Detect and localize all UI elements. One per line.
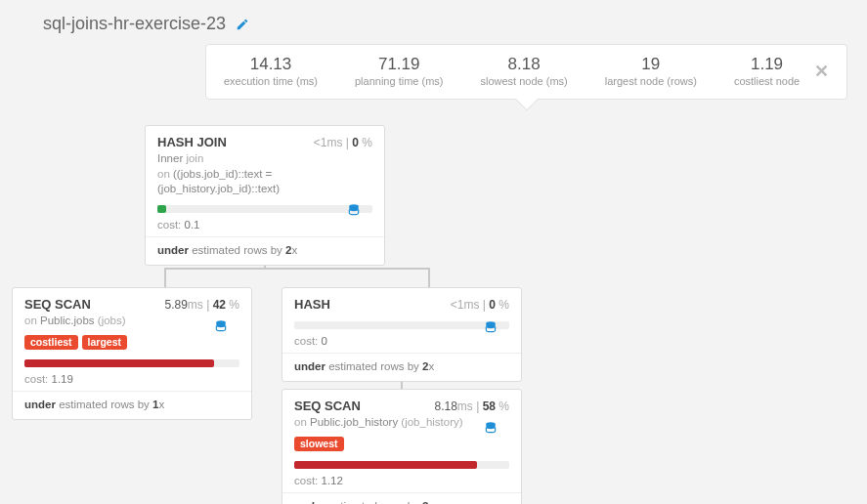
node-cost: cost: 1.12 [282,473,521,493]
node-estimate: under estimated rows by 2x [282,354,521,381]
node-tags: slowest [282,435,521,457]
node-timing: 8.18ms | 58 % [434,399,509,413]
node-header: HASH <1ms | 0 % [282,288,521,314]
stat-value: 1.19 [734,55,800,74]
node-header: SEQ SCAN 5.89ms | 42 % [13,288,251,314]
stat-label: slowest node (ms) [480,75,567,87]
connector-line [428,268,430,287]
node-estimate: under estimated rows by 2x [146,237,384,265]
node-cost: cost: 1.19 [13,371,251,392]
stats-group: 14.13 execution time (ms) 71.19 planning… [224,55,800,87]
database-icon[interactable] [347,202,361,218]
node-cost: cost: 0 [282,333,521,354]
connector-line [164,268,166,287]
close-icon[interactable]: ✕ [814,61,829,82]
database-icon[interactable] [214,318,228,334]
stat-slowest[interactable]: 8.18 slowest node (ms) [480,55,567,87]
tag-slowest: slowest [294,437,344,451]
page-header: sql-joins-hr-exercise-23 [0,0,867,44]
progress-bar [157,205,372,213]
stat-label: largest node (rows) [605,75,697,87]
stats-bar: 14.13 execution time (ms) 71.19 planning… [205,44,847,100]
node-estimate: under estimated rows by 1x [13,392,251,419]
node-timing: <1ms | 0 % [451,298,509,312]
node-header: HASH JOIN <1ms | 0 % [146,126,384,151]
node-type: SEQ SCAN [294,399,361,413]
progress-bar [294,461,509,469]
progress-bar [24,359,239,367]
node-header: SEQ SCAN 8.18ms | 58 % [282,390,521,415]
stat-value: 71.19 [355,55,443,74]
node-type: HASH [294,297,330,312]
database-icon[interactable] [484,318,498,334]
node-timing: <1ms | 0 % [314,136,372,149]
node-tags: costliest largest [13,333,251,356]
node-cost: cost: 0.1 [146,217,384,237]
node-estimate: under estimated rows by 2x [282,493,521,504]
page-title: sql-joins-hr-exercise-23 [43,14,226,34]
stat-value: 14.13 [224,55,318,74]
node-type: SEQ SCAN [24,297,91,312]
node-detail: Inner join on ((jobs.job_id)::text = (jo… [146,151,384,201]
node-seq-scan-jobs[interactable]: SEQ SCAN 5.89ms | 42 % on Public.jobs (j… [12,287,252,420]
node-type: HASH JOIN [157,135,227,149]
node-hash[interactable]: HASH <1ms | 0 % cost: 0 under estimated … [282,287,522,382]
stat-largest[interactable]: 19 largest node (rows) [605,55,697,87]
tag-costliest: costliest [24,335,78,350]
stat-label: execution time (ms) [224,75,318,87]
node-hash-join[interactable]: HASH JOIN <1ms | 0 % Inner join on ((job… [145,125,385,266]
stat-label: costliest node [734,75,800,87]
connector-line [164,268,428,270]
stat-label: planning time (ms) [355,75,443,87]
stat-value: 8.18 [480,55,567,74]
stat-planning[interactable]: 71.19 planning time (ms) [355,55,443,87]
stat-value: 19 [605,55,697,74]
stat-execution[interactable]: 14.13 execution time (ms) [224,55,318,87]
database-icon[interactable] [484,420,498,436]
node-seq-scan-job-history[interactable]: SEQ SCAN 8.18ms | 58 % on Public.job_his… [282,389,522,504]
progress-bar [294,321,509,329]
edit-icon[interactable] [236,17,249,32]
stat-costliest[interactable]: 1.19 costliest node [734,55,800,87]
tag-largest: largest [82,335,127,350]
node-timing: 5.89ms | 42 % [164,298,239,312]
